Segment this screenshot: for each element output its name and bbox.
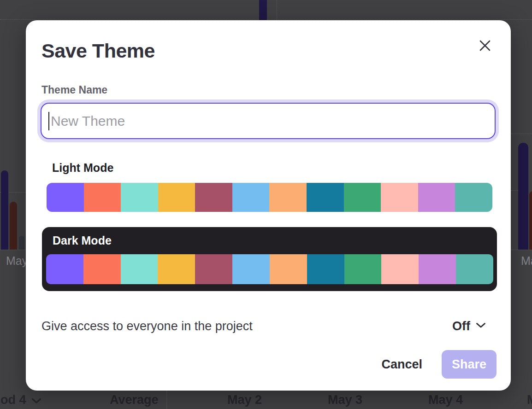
grid-line <box>511 134 532 134</box>
palette-swatch <box>195 254 232 284</box>
x-axis-label-may4: May 4 <box>428 393 463 407</box>
chart-bar <box>518 143 528 250</box>
chart-bar <box>19 236 24 250</box>
palette-swatch <box>158 183 195 212</box>
palette-swatch <box>84 183 121 212</box>
palette-swatch <box>158 254 195 284</box>
screen: May Ma od 4 Average May 2 May 3 May 4 M … <box>0 0 532 409</box>
x-axis-label-average: Average <box>110 393 159 407</box>
x-axis-label-partial: M <box>527 393 532 407</box>
theme-name-label: Theme Name <box>41 84 107 96</box>
palette-swatch <box>456 254 493 284</box>
palette-swatch <box>418 183 455 212</box>
cancel-button[interactable]: Cancel <box>381 357 422 372</box>
chart-bar <box>259 0 267 20</box>
palette-swatch <box>232 183 270 212</box>
palette-swatch <box>47 183 84 212</box>
palette-swatch <box>381 183 418 212</box>
text-caret <box>48 112 49 130</box>
palette-swatch <box>455 183 492 212</box>
chart-bar <box>10 202 17 250</box>
palette-swatch <box>195 183 232 212</box>
grid-line <box>0 250 26 250</box>
theme-name-input[interactable] <box>41 103 496 139</box>
chevron-down-icon[interactable] <box>31 397 41 406</box>
theme-name-field-wrap <box>41 103 496 139</box>
x-axis-label-may3: May 3 <box>328 393 362 407</box>
palette-swatch <box>232 254 270 284</box>
share-button[interactable]: Share <box>442 350 497 379</box>
palette-swatch <box>46 254 83 284</box>
light-mode-palette[interactable] <box>47 183 492 212</box>
palette-swatch <box>121 183 158 212</box>
chart-bar <box>1 170 8 250</box>
palette-swatch <box>419 254 456 284</box>
access-label: Give access to everyone in the project <box>41 319 253 333</box>
x-axis-month-right: Ma <box>521 254 532 268</box>
dialog-title: Save Theme <box>41 40 155 62</box>
access-dropdown-value: Off <box>452 319 470 333</box>
chart-bar <box>529 191 532 250</box>
grid-line <box>166 391 167 409</box>
grid-line <box>511 250 532 250</box>
save-theme-dialog: Save Theme Theme Name Light Mode Dark Mo… <box>26 20 511 391</box>
dark-mode-label: Dark Mode <box>53 234 112 247</box>
palette-swatch <box>270 254 307 284</box>
dialog-footer: Cancel Share <box>381 350 497 379</box>
grid-line <box>277 0 277 20</box>
x-axis-month-left: May <box>6 254 28 268</box>
grid-line <box>511 190 518 191</box>
chevron-down-icon <box>476 322 486 330</box>
period-dropdown-label[interactable]: od 4 <box>0 393 26 407</box>
light-mode-label: Light Mode <box>52 161 113 175</box>
palette-swatch <box>121 254 158 284</box>
x-axis-label-may2: May 2 <box>227 393 262 407</box>
dark-mode-palette[interactable] <box>46 254 493 284</box>
palette-swatch <box>344 183 381 212</box>
close-icon <box>479 39 491 53</box>
palette-swatch <box>307 254 344 284</box>
palette-swatch <box>344 254 382 284</box>
palette-swatch <box>307 183 344 212</box>
palette-swatch <box>269 183 307 212</box>
access-dropdown[interactable]: Off <box>452 319 486 333</box>
dark-mode-card: Dark Mode <box>42 227 497 291</box>
palette-swatch <box>381 254 419 284</box>
palette-swatch <box>83 254 121 284</box>
access-row: Give access to everyone in the project O… <box>41 313 486 339</box>
close-button[interactable] <box>478 39 492 53</box>
